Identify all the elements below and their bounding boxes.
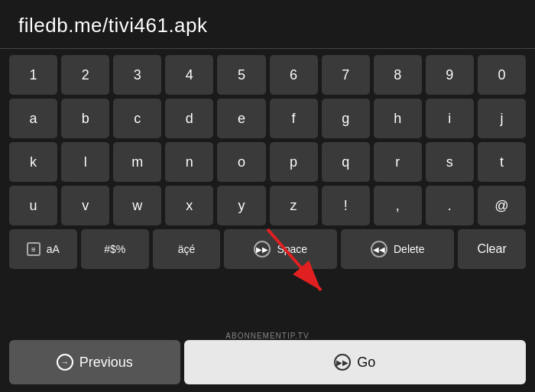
previous-label: Previous: [79, 355, 133, 371]
key-m[interactable]: m: [113, 142, 161, 182]
delete-label: Delete: [394, 243, 424, 255]
previous-button[interactable]: → Previous: [9, 340, 180, 384]
key-i[interactable]: i: [426, 99, 474, 138]
key-x[interactable]: x: [165, 186, 213, 225]
clear-button[interactable]: Clear: [458, 229, 526, 269]
key-exclaim[interactable]: !: [322, 186, 370, 225]
key-f[interactable]: f: [270, 99, 318, 138]
key-v[interactable]: v: [61, 186, 109, 225]
key-9[interactable]: 9: [426, 55, 474, 95]
key-c[interactable]: c: [113, 99, 161, 138]
key-t[interactable]: t: [478, 142, 526, 182]
key-l[interactable]: l: [61, 142, 109, 182]
key-y[interactable]: y: [217, 186, 265, 225]
clear-label: Clear: [477, 242, 506, 256]
row-a: a b c d e f g h i j: [9, 99, 526, 138]
key-p[interactable]: p: [270, 142, 318, 182]
key-e[interactable]: e: [217, 99, 265, 138]
space-button[interactable]: ▶▶ Space: [224, 229, 337, 269]
key-d[interactable]: d: [165, 99, 213, 138]
key-k[interactable]: k: [9, 142, 57, 182]
key-at[interactable]: @: [478, 186, 526, 225]
key-2[interactable]: 2: [61, 55, 109, 95]
keyboard: 1 2 3 4 5 6 7 8 9 0 a b c d e f g h i j …: [0, 49, 535, 335]
row-u: u v w x y z ! , . @: [9, 186, 526, 225]
space-label: Space: [277, 243, 307, 255]
case-label: aA: [47, 243, 60, 255]
go-label: Go: [357, 355, 375, 371]
key-q[interactable]: q: [322, 142, 370, 182]
key-o[interactable]: o: [217, 142, 265, 182]
key-a[interactable]: a: [9, 99, 57, 138]
key-n[interactable]: n: [165, 142, 213, 182]
go-button[interactable]: ▶▶ Go: [184, 340, 526, 384]
key-s[interactable]: s: [426, 142, 474, 182]
key-4[interactable]: 4: [165, 55, 213, 95]
key-w[interactable]: w: [113, 186, 161, 225]
go-icon: ▶▶: [334, 354, 351, 371]
key-6[interactable]: 6: [270, 55, 318, 95]
action-row: → Previous ▶▶ Go: [0, 335, 535, 392]
key-0[interactable]: 0: [478, 55, 526, 95]
key-z[interactable]: z: [270, 186, 318, 225]
previous-icon: →: [57, 354, 73, 371]
key-5[interactable]: 5: [217, 55, 265, 95]
key-1[interactable]: 1: [9, 55, 57, 95]
key-h[interactable]: h: [374, 99, 422, 138]
url-display: filedb.me/tivi461.apk: [0, 0, 535, 49]
key-comma[interactable]: ,: [374, 186, 422, 225]
key-8[interactable]: 8: [374, 55, 422, 95]
accents-button[interactable]: äçé: [153, 229, 221, 269]
symbols-label: #$%: [104, 243, 125, 255]
key-3[interactable]: 3: [113, 55, 161, 95]
key-b[interactable]: b: [61, 99, 109, 138]
special-row: ≡ aA #$% äçé ▶▶ Space ◀◀ Delete Clear: [9, 229, 526, 269]
symbols-button[interactable]: #$%: [81, 229, 149, 269]
key-j[interactable]: j: [478, 99, 526, 138]
number-row: 1 2 3 4 5 6 7 8 9 0: [9, 55, 526, 95]
row-k: k l m n o p q r s t: [9, 142, 526, 182]
key-7[interactable]: 7: [322, 55, 370, 95]
case-toggle-button[interactable]: ≡ aA: [9, 229, 77, 269]
key-period[interactable]: .: [426, 186, 474, 225]
key-r[interactable]: r: [374, 142, 422, 182]
accents-label: äçé: [178, 243, 196, 255]
delete-button[interactable]: ◀◀ Delete: [341, 229, 454, 269]
key-u[interactable]: u: [9, 186, 57, 225]
key-g[interactable]: g: [322, 99, 370, 138]
